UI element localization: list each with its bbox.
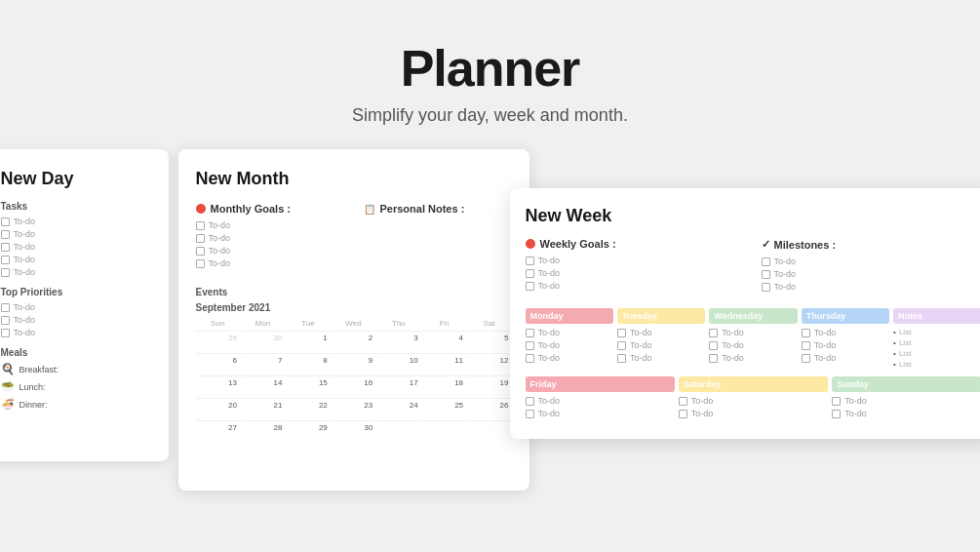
milestone-3: To-do — [762, 282, 981, 292]
cal-day-4: 4 — [422, 331, 466, 352]
weekly-goal-checkbox-1 — [526, 256, 534, 265]
cal-day-3: 3 — [376, 331, 420, 352]
cal-day-7: 7 — [241, 353, 285, 375]
week-top-row: Weekly Goals : To-do To-do To-do ✓ — [526, 238, 981, 295]
mon-cb-3 — [526, 354, 534, 363]
notes-list: • List • List • List • List — [893, 328, 980, 369]
cal-day-12: 12 — [467, 353, 511, 375]
cal-day-prev-30: 30 — [241, 331, 285, 352]
month-top-row: Monthly Goals : To-do To-do To-do To-do — [196, 203, 512, 271]
lunch-icon: 🥗 — [1, 380, 15, 393]
wed-cb-3 — [709, 354, 718, 363]
sun-cb-1 — [832, 397, 841, 406]
note-3: • List — [893, 349, 980, 358]
cal-header-mon: Mon — [241, 317, 285, 330]
sat-cb-2 — [679, 410, 687, 418]
cal-header-tue: Tue — [286, 317, 330, 330]
checkbox-icon-3 — [1, 243, 10, 252]
personal-notes-header: 📋 Personal Notes : — [364, 203, 512, 215]
weekly-goals-header: Weekly Goals : — [526, 238, 746, 250]
friday-col: Friday To-do To-do — [526, 376, 675, 421]
wednesday-col: Wednesday To-do To-do To-do — [709, 308, 797, 371]
note-text-4: List — [899, 360, 911, 369]
new-week-card: New Week Weekly Goals : To-do To-do To-d — [510, 188, 981, 439]
mon-cb-1 — [526, 329, 534, 337]
tue-todo-2: To-do — [617, 340, 705, 350]
cal-day-11: 11 — [422, 353, 466, 375]
cal-day-17: 17 — [376, 375, 420, 397]
monday-col: Monday To-do To-do To-do — [526, 308, 613, 371]
fri-text-1: To-do — [538, 396, 561, 406]
weekly-goals-col: Weekly Goals : To-do To-do To-do — [526, 238, 746, 295]
weekly-goal-text-2: To-do — [538, 268, 561, 278]
monthly-goals-label: Monthly Goals : — [211, 203, 292, 215]
cal-day-25: 25 — [422, 398, 466, 419]
weekly-goal-3: To-do — [526, 281, 746, 291]
hero-section: Planner Simplify your day, week and mont… — [352, 0, 628, 149]
month-goal-text-2: To-do — [209, 233, 231, 243]
calendar-month-label: September 2021 — [196, 302, 512, 313]
month-goal-checkbox-3 — [196, 247, 205, 256]
task-text-3: To-do — [14, 242, 36, 252]
red-dot-icon — [196, 204, 206, 214]
friday-header: Friday — [526, 376, 675, 392]
tue-cb-2 — [617, 341, 626, 350]
checkbox-icon-2 — [1, 230, 10, 239]
note-text-2: List — [899, 338, 911, 347]
tasks-list: To-do To-do To-do To-do To-do — [1, 217, 151, 277]
checkbox-icon-1 — [1, 217, 10, 226]
cal-header-wed: Wed — [332, 317, 375, 330]
tue-todo-1: To-do — [617, 328, 705, 337]
monthly-goals-section: Monthly Goals : To-do To-do To-do To-do — [196, 203, 344, 271]
cal-day-prev-29: 29 — [196, 331, 240, 352]
priority-item-1: To-do — [1, 302, 151, 312]
monday-header: Monday — [526, 308, 613, 324]
new-day-card: New Day Tasks To-do To-do To-do To-do To… — [0, 149, 169, 461]
task-text-5: To-do — [14, 267, 36, 277]
cal-day-20: 20 — [196, 398, 240, 419]
saturday-header: Saturday — [679, 376, 828, 392]
priority-text-3: To-do — [14, 328, 36, 337]
milestone-checkbox-1 — [762, 257, 770, 266]
note-1: • List — [893, 328, 980, 336]
tasks-label: Tasks — [1, 201, 151, 212]
weekly-red-dot-icon — [526, 239, 535, 249]
tuesday-col: Tuesday To-do To-do To-do — [617, 308, 705, 371]
cal-header-sat: Sat — [467, 317, 511, 330]
dinner-item: 🍜 Dinner: — [1, 398, 151, 411]
priority-item-2: To-do — [1, 315, 151, 325]
top-priorities-label: Top Priorities — [1, 287, 151, 297]
fri-todo-2: To-do — [526, 409, 675, 418]
cal-day-27: 27 — [196, 420, 240, 442]
cal-header-sun: Sun — [196, 317, 240, 330]
dinner-label: Dinner: — [20, 400, 48, 410]
priority-text-1: To-do — [14, 302, 36, 312]
fri-text-2: To-do — [538, 409, 561, 418]
mon-text-3: To-do — [538, 353, 561, 363]
thu-todo-2: To-do — [802, 340, 889, 350]
sun-text-2: To-do — [844, 409, 867, 418]
note-4: • List — [893, 360, 980, 369]
cal-day-15: 15 — [286, 375, 330, 397]
weekly-goal-1: To-do — [526, 256, 746, 265]
cal-day-10: 10 — [376, 353, 420, 375]
tue-todo-3: To-do — [617, 353, 705, 363]
priority-checkbox-3 — [1, 329, 10, 337]
priority-checkbox-2 — [1, 316, 10, 325]
thursday-header: Thursday — [802, 308, 889, 324]
cal-day-9: 9 — [332, 353, 375, 375]
task-text-1: To-do — [14, 217, 36, 226]
days-grid-row2: Friday To-do To-do Saturday To-do — [526, 376, 981, 421]
wed-text-2: To-do — [722, 340, 744, 350]
breakfast-item: 🍳 Breakfast: — [1, 363, 151, 375]
thu-cb-1 — [802, 329, 810, 337]
milestone-2: To-do — [762, 269, 981, 279]
page-title: Planner — [352, 39, 628, 98]
thu-text-3: To-do — [814, 353, 837, 363]
days-grid-row1: Monday To-do To-do To-do Tuesday — [526, 308, 981, 371]
month-goal-3: To-do — [196, 246, 344, 256]
wed-todo-2: To-do — [709, 340, 797, 350]
cal-day-2: 2 — [332, 331, 375, 352]
wed-cb-2 — [709, 341, 718, 350]
priority-text-2: To-do — [14, 315, 36, 325]
